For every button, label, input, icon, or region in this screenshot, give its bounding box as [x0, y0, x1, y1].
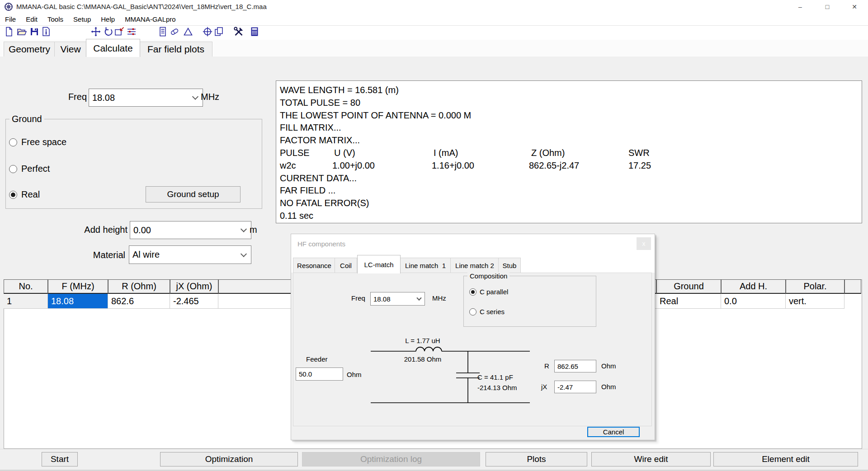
setup-tools-icon[interactable] — [233, 26, 244, 37]
ima-value: 1.16+j0.00 — [432, 160, 474, 172]
capacitor-value-label: C = 41.1 pF — [477, 373, 513, 382]
triangle-antenna-icon[interactable] — [183, 26, 193, 37]
chevron-down-icon — [416, 296, 421, 301]
dialog-close-icon[interactable]: x — [637, 237, 651, 250]
element-edit-button[interactable]: Element edit — [713, 452, 858, 466]
ground-option-perfect[interactable]: Perfect — [9, 164, 50, 174]
menu-bar: File Edit Tools Setup Help MMANA-GALpro — [0, 14, 868, 26]
title-bar: MMANA-GAL basic C:\MMANA-GAL_Basic\ANT\2… — [0, 0, 868, 14]
wire-definition-icon[interactable] — [157, 26, 168, 37]
row1-cell-r[interactable]: 862.6 — [108, 294, 170, 309]
feeder-input[interactable] — [296, 367, 343, 381]
tab-geometry[interactable]: Geometry — [4, 42, 55, 57]
dialog-tab-resonance[interactable]: Resonance — [293, 258, 335, 273]
composition-title: Composition — [467, 272, 509, 280]
plots-button[interactable]: Plots — [486, 452, 587, 466]
ground-setup-button[interactable]: Ground setup — [146, 186, 241, 203]
material-value: Al wire — [132, 250, 160, 260]
uv-value: 1.00+j0.00 — [332, 160, 375, 172]
dialog-tab-line-match-2[interactable]: Line match 2 — [450, 258, 499, 273]
close-button[interactable]: ✕ — [844, 0, 865, 14]
add-height-combobox[interactable]: 0.00 — [130, 221, 251, 239]
zohm-value: 862.65-j2.47 — [529, 160, 579, 172]
radio-icon[interactable] — [469, 308, 476, 316]
radio-icon-selected[interactable] — [9, 191, 17, 199]
radio-icon[interactable] — [9, 138, 17, 146]
row1-cell-ground[interactable]: Real — [656, 294, 721, 309]
r-label: R — [544, 362, 549, 370]
composition-option-c-parallel[interactable]: C parallel — [469, 288, 508, 296]
copy-icon[interactable] — [213, 26, 224, 37]
row1-cell-polar[interactable]: vert. — [786, 294, 844, 309]
chevron-down-icon — [241, 226, 247, 232]
open-file-icon[interactable] — [16, 26, 27, 37]
tab-far-field-plots[interactable]: Far field plots — [139, 42, 212, 57]
ground-option-label: Free space — [21, 137, 66, 147]
menu-setup[interactable]: Setup — [68, 14, 96, 25]
copy-to-window-icon[interactable] — [114, 26, 125, 37]
ground-option-free-space[interactable]: Free space — [9, 137, 66, 147]
maximize-button[interactable]: □ — [817, 0, 838, 14]
file-info-icon[interactable] — [41, 26, 52, 37]
menu-tools[interactable]: Tools — [42, 14, 68, 25]
new-file-icon[interactable] — [4, 26, 14, 37]
dialog-tab-coil[interactable]: Coil — [335, 258, 357, 273]
pulse-value: w2c — [280, 160, 296, 172]
dialog-freq-value: 18.08 — [373, 295, 391, 303]
menu-help[interactable]: Help — [96, 14, 120, 25]
radio-icon-selected[interactable] — [469, 288, 476, 296]
wire-edit-icon[interactable] — [169, 26, 180, 37]
cancel-button[interactable]: Cancel — [587, 427, 640, 437]
calculator-icon[interactable] — [249, 26, 260, 37]
tab-calculate[interactable]: Calculate — [86, 39, 140, 57]
hf-components-dialog: HF components x Resonance Coil LC-match … — [291, 234, 655, 440]
start-button[interactable]: Start — [42, 452, 78, 466]
save-file-icon[interactable] — [29, 26, 40, 37]
optimization-button[interactable]: Optimization — [160, 452, 298, 466]
calculation-output: WAVE LENGTH = 16.581 (m) TOTAL PULSE = 8… — [276, 80, 862, 223]
inductor-impedance-label: 201.58 Ohm — [389, 355, 457, 363]
output-line: FAR FIELD ... — [280, 184, 862, 197]
window-title: MMANA-GAL basic C:\MMANA-GAL_Basic\ANT\2… — [16, 0, 267, 14]
dialog-freq-combobox[interactable]: 18.08 — [370, 292, 425, 306]
output-line: CURRENT DATA... — [280, 172, 862, 185]
output-pulse-header: PULSE U (V) I (mA) Z (Ohm) SWR — [280, 147, 862, 160]
feeder-label: Feeder — [306, 355, 328, 363]
composition-option-c-series[interactable]: C series — [469, 308, 505, 316]
swr-value: 17.25 — [628, 160, 651, 172]
jx-input[interactable] — [554, 381, 596, 393]
output-line: THE LOWEST POINT OF ANTENNA = 0.000 M — [280, 109, 862, 122]
capacitor-impedance-label: -214.13 Ohm — [477, 384, 517, 392]
ground-option-real[interactable]: Real — [9, 189, 40, 200]
menu-mmana-galpro[interactable]: MMANA-GALpro — [120, 14, 181, 25]
row1-cell-f-selected[interactable]: 18.08 — [48, 294, 108, 309]
uv-col: U (V) — [334, 147, 355, 160]
output-line: 0.11 sec — [280, 210, 862, 222]
move-icon[interactable] — [90, 26, 101, 37]
material-combobox[interactable]: Al wire — [129, 245, 251, 264]
dialog-title: HF components — [297, 234, 345, 254]
wire-edit-button[interactable]: Wire edit — [591, 452, 711, 466]
feed-point-icon[interactable] — [202, 26, 213, 37]
jx-unit-label: Ohm — [601, 383, 616, 391]
menu-edit[interactable]: Edit — [21, 14, 42, 25]
inductor-symbol — [416, 347, 442, 351]
row1-cell-add-h[interactable]: 0.0 — [721, 294, 786, 309]
tab-view[interactable]: View — [54, 42, 87, 57]
radio-icon[interactable] — [9, 165, 17, 173]
dialog-tab-stub[interactable]: Stub — [498, 258, 521, 273]
freq-combobox[interactable]: 18.08 — [89, 89, 203, 107]
row1-cell-no[interactable]: 1 — [4, 294, 48, 309]
menu-file[interactable]: File — [0, 14, 21, 25]
col-header-f: F (MHz) — [48, 279, 108, 294]
col-header-ground: Ground — [656, 279, 721, 294]
dialog-tab-line-match-1[interactable]: Line match 1 — [400, 258, 451, 273]
r-input[interactable] — [554, 360, 596, 372]
options-sliders-icon[interactable] — [126, 26, 137, 37]
minimize-button[interactable]: – — [790, 0, 811, 14]
rotate-icon[interactable] — [103, 26, 114, 37]
output-line: FACTOR MATRIX... — [280, 134, 862, 147]
row1-cell-jx[interactable]: -2.465 — [170, 294, 218, 309]
add-height-value: 0.00 — [133, 225, 151, 236]
dialog-tab-lc-match[interactable]: LC-match — [357, 255, 401, 273]
